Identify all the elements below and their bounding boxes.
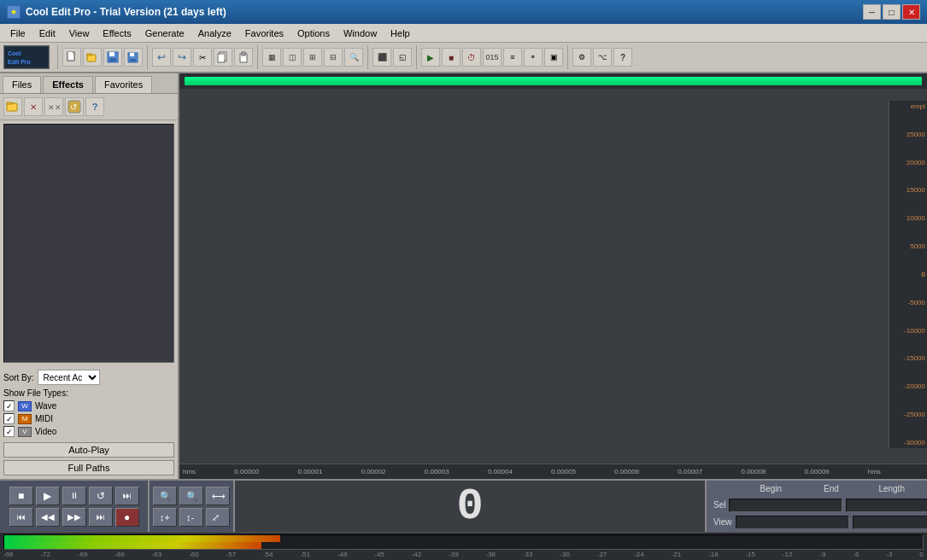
file-type-wave: ✓ W Wave [3, 400, 174, 411]
pause-button[interactable]: ⏸ [62, 487, 86, 505]
menu-item-analyze[interactable]: Analyze [191, 26, 238, 40]
menu-item-effects[interactable]: Effects [96, 26, 138, 40]
midi-checkbox[interactable]: ✓ [3, 413, 15, 424]
tb-btn19[interactable]: ⚙ [572, 48, 591, 67]
auto-play-button[interactable]: Auto-Play [3, 442, 174, 458]
view-end[interactable] [853, 516, 928, 529]
tb-timer[interactable]: 015 [483, 48, 502, 67]
end-col-label: End [803, 484, 860, 493]
waveform-canvas[interactable]: empl 25000 20000 15000 10000 5000 0 -500… [179, 89, 927, 464]
zoom-in-h[interactable]: 🔍+ [153, 487, 177, 505]
svg-rect-8 [109, 58, 116, 61]
main-layout: Files Effects Favorites ✕ ✕✕ ↺ ? Sort By… [0, 73, 927, 479]
waveform-area: empl 25000 20000 15000 10000 5000 0 -500… [179, 73, 927, 479]
tb-btn18[interactable]: ▣ [544, 48, 563, 67]
tb-btn8[interactable]: ⊞ [303, 48, 322, 67]
rewind-button[interactable]: ◀◀ [36, 508, 60, 527]
tb-rec[interactable]: ⏱ [462, 48, 481, 67]
ft-close[interactable]: ✕ [24, 97, 43, 116]
level-bar-bottom [4, 542, 261, 549]
tab-favorites[interactable]: Favorites [95, 76, 152, 93]
tb-open[interactable] [83, 48, 102, 67]
progress-bar [185, 77, 922, 85]
tb-new[interactable] [62, 48, 81, 67]
amp-5000: 5000 [910, 242, 925, 250]
tb-save[interactable] [103, 48, 122, 67]
go-to-start-button[interactable]: ⏮ [9, 508, 33, 527]
midi-label: MIDI [35, 414, 53, 423]
menu-item-view[interactable]: View [62, 26, 97, 40]
menu-item-window[interactable]: Window [337, 26, 384, 40]
tab-files[interactable]: Files [3, 76, 41, 93]
tab-effects[interactable]: Effects [43, 76, 93, 93]
menu-item-favorites[interactable]: Favorites [238, 26, 290, 40]
ruler-4: 0.00004 [488, 468, 513, 475]
tb-btn17[interactable]: ⚬ [524, 48, 543, 67]
ruler: hms 0.00000 0.00001 0.00002 0.00003 0.00… [179, 464, 927, 479]
menu-item-edit[interactable]: Edit [32, 26, 62, 40]
file-type-midi: ✓ M MIDI [3, 413, 174, 424]
tb-save-all[interactable] [124, 48, 143, 67]
play-button[interactable]: ▶ [36, 487, 60, 505]
wave-label: Wave [35, 401, 56, 411]
menu-item-file[interactable]: File [3, 26, 32, 40]
wave-checkbox[interactable]: ✓ [3, 400, 15, 411]
tb-btn12[interactable]: ◱ [393, 48, 412, 67]
tb-btn16[interactable]: ≡ [503, 48, 522, 67]
zoom-out-h[interactable]: 🔍- [179, 487, 203, 505]
app-title: Cool Edit Pro - Trial Version (21 days l… [26, 6, 863, 18]
view-begin[interactable] [736, 516, 849, 529]
zoom-row-bottom: ↕+ ↕- ⤢ [153, 508, 230, 527]
ft-close-all[interactable]: ✕✕ [44, 97, 63, 116]
video-checkbox[interactable]: ✓ [3, 426, 15, 437]
ft-refresh[interactable]: ↺ [65, 97, 84, 116]
next-mark-button[interactable]: ⏭ [89, 508, 113, 527]
tb-redo[interactable]: ↪ [173, 48, 191, 67]
maximize-button[interactable]: □ [883, 4, 901, 20]
tb-paste[interactable] [234, 48, 253, 67]
tb-btn10[interactable]: 🔍 [344, 48, 363, 67]
ruler-3: 0.00003 [425, 468, 449, 475]
ft-open[interactable] [3, 97, 22, 116]
sort-select[interactable]: Recent Ac Name Date [38, 370, 100, 385]
app-icon: ★ [7, 5, 21, 19]
svg-rect-15 [242, 52, 245, 55]
zoom-full[interactable]: ⟷ [206, 487, 230, 505]
close-button[interactable]: ✕ [902, 4, 920, 20]
zoom-sel[interactable]: ⤢ [206, 508, 230, 527]
minimize-button[interactable]: ─ [863, 4, 881, 20]
go-to-end-button[interactable]: ⏭ [115, 487, 139, 505]
file-toolbar: ✕ ✕✕ ↺ ? [0, 94, 178, 120]
tb-undo[interactable]: ↩ [152, 48, 171, 67]
toolbar-separator [57, 45, 58, 69]
tb-btn20[interactable]: ⌥ [593, 48, 612, 67]
ft-info[interactable]: ? [85, 97, 104, 116]
fast-forward-button[interactable]: ▶▶ [62, 508, 86, 527]
tb-btn6[interactable]: ▦ [262, 48, 281, 67]
sel-begin[interactable] [729, 499, 842, 512]
record-button[interactable]: ● [115, 508, 139, 527]
menu-item-help[interactable]: Help [384, 26, 417, 40]
menu-item-generate[interactable]: Generate [138, 26, 191, 40]
sel-end[interactable] [846, 499, 927, 512]
ruler-0: 0.00000 [234, 468, 259, 475]
ruler-9: 0.00009 [805, 468, 830, 475]
tb-help[interactable]: ? [613, 48, 632, 67]
stop-button[interactable]: ■ [9, 487, 33, 505]
zoom-in-v[interactable]: ↕+ [153, 508, 177, 527]
full-paths-button[interactable]: Full Paths [3, 460, 174, 475]
tb-copy[interactable] [214, 48, 232, 67]
tb-cut[interactable]: ✂ [193, 48, 212, 67]
tb-btn9[interactable]: ⊟ [324, 48, 343, 67]
tb-btn7[interactable]: ◫ [283, 48, 302, 67]
transport-row: ■ ▶ ⏸ ↺ ⏭ ⏮ ◀◀ ▶▶ ⏭ ● 🔍+ 🔍- [0, 481, 927, 532]
ruler-6: 0.00006 [614, 468, 639, 475]
tb-stop[interactable]: ■ [442, 48, 461, 67]
svg-text:Edit Pro: Edit Pro [8, 59, 31, 65]
view-row: View [713, 516, 920, 529]
tb-play[interactable]: ▶ [421, 48, 440, 67]
loop-button[interactable]: ↺ [89, 487, 113, 505]
zoom-out-v[interactable]: ↕- [179, 508, 203, 527]
menu-item-options[interactable]: Options [290, 26, 337, 40]
tb-btn11[interactable]: ⬛ [373, 48, 391, 67]
